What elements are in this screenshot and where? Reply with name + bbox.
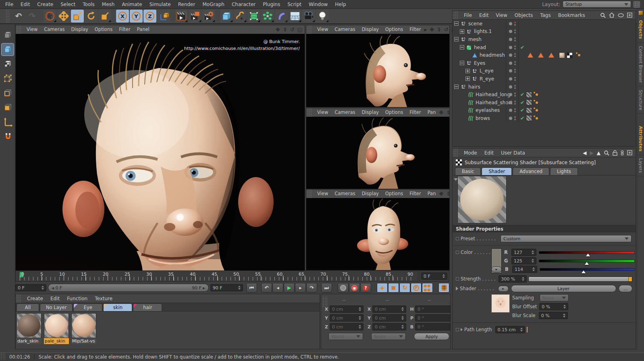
material-tag[interactable] bbox=[559, 52, 565, 58]
pan-view-icon[interactable]: ✥ bbox=[439, 109, 443, 116]
vp2-menu-pan[interactable]: Pan bbox=[424, 108, 439, 117]
zoom-view-icon[interactable]: ⇕ bbox=[446, 109, 451, 116]
shader-preview-button[interactable]: ▸ bbox=[498, 286, 509, 292]
menu-window[interactable]: Window bbox=[305, 0, 331, 9]
vp1-menu-display[interactable]: Display bbox=[358, 25, 382, 34]
hair-material-tag[interactable] bbox=[526, 107, 532, 113]
strength-key-checkbox[interactable] bbox=[456, 277, 459, 281]
point-tags[interactable] bbox=[576, 54, 580, 56]
menu-create[interactable]: Create bbox=[33, 0, 57, 9]
am-grip[interactable] bbox=[453, 149, 458, 157]
render-region-button[interactable] bbox=[189, 10, 202, 23]
vp3-menu-display[interactable]: Display bbox=[358, 190, 382, 198]
more-menus-icon[interactable]: ▸ bbox=[424, 27, 427, 33]
menu-edit[interactable]: Edit bbox=[17, 0, 33, 9]
viewport-grip[interactable] bbox=[16, 25, 21, 34]
key-pla-toggle[interactable]: ●●●● bbox=[422, 283, 433, 293]
scale-tool[interactable] bbox=[71, 10, 84, 23]
spinner-icon[interactable] bbox=[441, 274, 445, 278]
section-shader-properties[interactable]: Shader Properties bbox=[453, 225, 636, 232]
tab-lights[interactable]: Lights bbox=[550, 167, 578, 175]
tree-row-brows[interactable]: brows ✔ bbox=[453, 114, 636, 122]
render-view-button[interactable] bbox=[175, 10, 188, 23]
tree-row-hairs[interactable]: 0 hairs bbox=[453, 83, 636, 91]
color-b-slider[interactable] bbox=[540, 268, 635, 271]
viewport-grip[interactable] bbox=[306, 190, 312, 198]
om-menu-edit[interactable]: Edit bbox=[476, 11, 492, 20]
goto-end-button[interactable]: ⏭ bbox=[321, 283, 332, 293]
vp1-menu-view[interactable]: View bbox=[314, 25, 331, 34]
x-axis-lock-button[interactable]: X bbox=[116, 10, 129, 23]
layer-button[interactable]: Layer bbox=[511, 285, 616, 292]
texture-mode-button[interactable] bbox=[2, 58, 14, 70]
tab-advanced[interactable]: Advanced bbox=[513, 167, 549, 175]
pan-view-icon[interactable]: ✥ bbox=[276, 27, 280, 33]
size-x-field[interactable]: 0 cm bbox=[372, 305, 406, 313]
tree-row-r-eye[interactable]: 0 R_eye bbox=[453, 75, 636, 83]
spinner-icon[interactable] bbox=[237, 286, 241, 290]
material-pale-skin[interactable]: pale_skin bbox=[44, 313, 69, 344]
blur-scale-field[interactable]: 0 % bbox=[539, 312, 568, 319]
autokey-button[interactable]: ◉ bbox=[349, 283, 360, 293]
am-menu-edit[interactable]: Edit bbox=[481, 149, 497, 157]
blur-offset-field[interactable]: 0 % bbox=[539, 303, 568, 310]
size-z-field[interactable]: 0 cm bbox=[372, 323, 406, 330]
world-dropdown[interactable]: World bbox=[328, 333, 363, 340]
vp1-menu-filter[interactable]: Filter bbox=[406, 25, 424, 34]
rotate-view-icon[interactable]: ↺ bbox=[290, 27, 295, 33]
menu-character[interactable]: Character bbox=[228, 0, 259, 9]
vp2-menu-display[interactable]: Display bbox=[358, 108, 382, 117]
strength-field[interactable]: 300 % bbox=[499, 275, 527, 283]
vp2-menu-cameras[interactable]: Cameras bbox=[331, 108, 358, 117]
make-editable-button[interactable] bbox=[2, 29, 14, 41]
rotation-b-field[interactable]: 0 ° bbox=[415, 323, 451, 330]
point-tags[interactable] bbox=[534, 93, 538, 96]
tab-no-layer[interactable]: No Layer bbox=[40, 303, 73, 311]
zoom-view-icon[interactable]: ⇕ bbox=[446, 191, 451, 197]
strength-slider-handle[interactable] bbox=[628, 277, 632, 281]
vp2-menu-filter[interactable]: Filter bbox=[406, 108, 424, 117]
vp3-menu-options[interactable]: Options bbox=[382, 190, 406, 198]
model-mode-button[interactable] bbox=[2, 43, 14, 56]
om-menu-tags[interactable]: Tags bbox=[536, 11, 555, 20]
material-mip-sat[interactable]: Mip/Sat-vs bbox=[71, 313, 96, 344]
key-scale-toggle[interactable]: ■ bbox=[388, 283, 399, 293]
matmgr-grip[interactable] bbox=[16, 294, 21, 303]
point-tags[interactable] bbox=[534, 101, 538, 104]
vp3-menu-cameras[interactable]: Cameras bbox=[331, 190, 358, 198]
rotate-view-icon[interactable]: ↺ bbox=[444, 27, 449, 33]
goto-start-button[interactable]: ⏮ bbox=[246, 283, 257, 293]
history-forward-icon[interactable]: ▶ bbox=[590, 150, 594, 156]
menu-simulate[interactable]: Simulate bbox=[146, 0, 175, 9]
mat-menu-function[interactable]: Function bbox=[63, 294, 91, 303]
om-menu-bookmarks[interactable]: Bookmarks bbox=[555, 11, 589, 20]
color-g-slider[interactable] bbox=[539, 260, 635, 262]
tab-hair[interactable]: hair bbox=[133, 303, 162, 311]
tree-row-eyes[interactable]: 0 Eyes bbox=[453, 59, 636, 67]
layer-thumbnail[interactable] bbox=[491, 294, 510, 313]
tab-objects[interactable]: Objects bbox=[637, 17, 644, 43]
current-frame-field[interactable]: 0 F bbox=[421, 272, 447, 280]
tab-basic[interactable]: Basic bbox=[455, 167, 481, 175]
mat-menu-texture[interactable]: Texture bbox=[91, 294, 116, 303]
search-icon[interactable] bbox=[604, 150, 609, 156]
add-camera-button[interactable] bbox=[302, 10, 315, 23]
tab-structure[interactable]: Structure bbox=[637, 87, 644, 114]
tree-row-eyelashes[interactable]: eyelashes ✔ bbox=[453, 107, 636, 115]
menu-help[interactable]: Help bbox=[331, 0, 349, 9]
tab-eye[interactable]: Eye bbox=[73, 303, 102, 311]
keyframe-selection-button[interactable] bbox=[438, 283, 449, 293]
vp-menu-filter[interactable]: Filter bbox=[116, 25, 133, 34]
preset-dropdown[interactable]: Custom bbox=[501, 235, 632, 242]
selection-tag[interactable] bbox=[528, 53, 533, 58]
tab-attributes[interactable]: Attributes bbox=[637, 123, 644, 155]
apply-button[interactable]: Apply bbox=[414, 333, 449, 340]
toggle-view-icon[interactable]: ◱ bbox=[297, 27, 302, 33]
zoom-view-icon[interactable]: ⇕ bbox=[437, 27, 441, 33]
tab-layers[interactable]: Layers bbox=[637, 155, 644, 176]
add-environment-button[interactable] bbox=[289, 10, 301, 23]
tree-row-l-eye[interactable]: 0 L_eye bbox=[453, 67, 636, 75]
mat-menu-create[interactable]: Create bbox=[23, 294, 47, 303]
vp-menu-panel[interactable]: Panel bbox=[134, 25, 153, 34]
add-panel-icon[interactable] bbox=[627, 150, 632, 155]
